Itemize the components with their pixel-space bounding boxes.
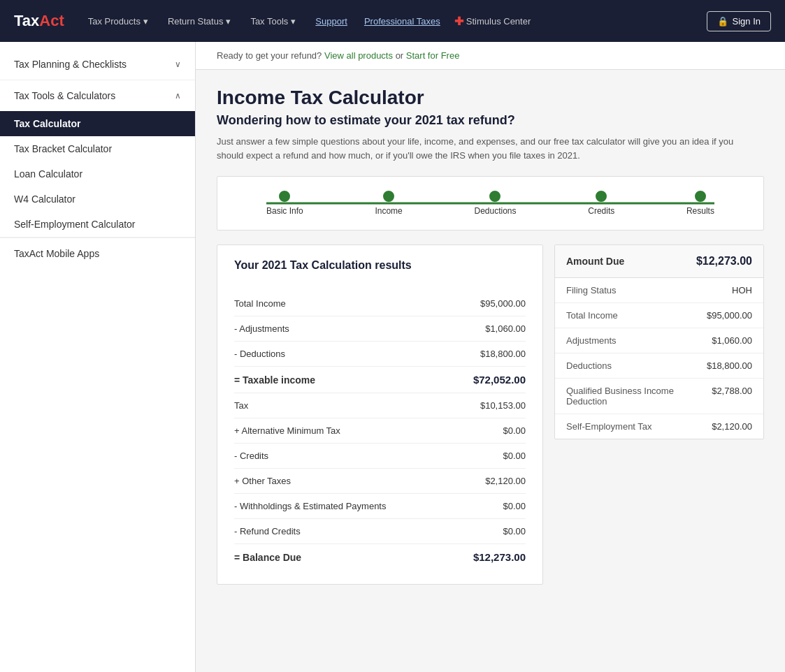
nav-professional-taxes[interactable]: Professional Taxes	[364, 16, 440, 27]
sidebar-item-tax-calculator[interactable]: Tax Calculator	[0, 111, 195, 136]
nav-return-status[interactable]: Return Status ▾	[165, 16, 234, 27]
chevron-down-icon: ▾	[291, 16, 296, 27]
row-withholdings: - Withholdings & Estimated Payments $0.0…	[234, 494, 526, 519]
sidebar: Tax Planning & Checklists ∨ Tax Tools & …	[0, 42, 196, 672]
progress-dot-results	[695, 191, 706, 202]
sidebar-tax-planning[interactable]: Tax Planning & Checklists ∨	[0, 49, 195, 80]
progress-step-results[interactable]: Results	[686, 191, 714, 216]
row-other-taxes: + Other Taxes $2,120.00	[234, 469, 526, 494]
nav-tax-tools[interactable]: Tax Tools ▾	[247, 16, 298, 27]
page-title: Income Tax Calculator	[217, 87, 764, 109]
progress-step-credits[interactable]: Credits	[588, 191, 614, 216]
sidebar-tax-tools[interactable]: Tax Tools & Calculators ∧	[0, 80, 195, 111]
layout: Tax Planning & Checklists ∨ Tax Tools & …	[0, 42, 785, 672]
chevron-down-icon: ∨	[175, 59, 181, 69]
panel-title: Your 2021 Tax Calculation results	[234, 259, 526, 280]
results-section: Your 2021 Tax Calculation results Total …	[217, 244, 764, 585]
row-tax: Tax $10,153.00	[234, 393, 526, 418]
left-panel: Your 2021 Tax Calculation results Total …	[217, 244, 543, 585]
right-panel: Amount Due $12,273.00 Filing Status HOH …	[554, 244, 764, 439]
nav-support[interactable]: Support	[312, 16, 350, 27]
sidebar-item-tax-bracket[interactable]: Tax Bracket Calculator	[0, 136, 195, 161]
logo[interactable]: TaxAct	[14, 12, 64, 30]
progress-step-deductions[interactable]: Deductions	[474, 191, 516, 216]
nav-stimulus-center[interactable]: ✚ Stimulus Center	[454, 15, 531, 28]
right-row-adjustments: Adjustments $1,060.00	[555, 328, 763, 353]
right-row-deductions: Deductions $18,800.00	[555, 353, 763, 379]
row-taxable-income: = Taxable income $72,052.00	[234, 367, 526, 393]
main-content: Ready to get your refund? View all produ…	[196, 42, 785, 672]
progress-dot-credits	[596, 191, 607, 202]
row-refund-credits: - Refund Credits $0.00	[234, 519, 526, 544]
progress-step-income[interactable]: Income	[375, 191, 402, 216]
red-cross-icon: ✚	[454, 15, 463, 28]
nav-tax-products[interactable]: Tax Products ▾	[85, 16, 151, 27]
sign-in-button[interactable]: 🔒 Sign In	[707, 11, 771, 31]
chevron-down-icon: ▾	[143, 16, 148, 27]
row-deductions: - Deductions $18,800.00	[234, 342, 526, 367]
right-row-self-employment-tax: Self-Employment Tax $2,120.00	[555, 414, 763, 439]
progress-dot-deductions	[489, 191, 500, 202]
row-total-income: Total Income $95,000.00	[234, 291, 526, 316]
progress-dot-income	[383, 191, 394, 202]
row-adjustments: - Adjustments $1,060.00	[234, 316, 526, 342]
view-all-products-link[interactable]: View all products	[324, 50, 393, 61]
right-row-total-income: Total Income $95,000.00	[555, 303, 763, 328]
logo-act: Act	[39, 12, 64, 30]
progress-tracker: Basic Info Income Deductions Credit	[217, 176, 764, 231]
start-for-free-link[interactable]: Start for Free	[406, 50, 460, 61]
header: TaxAct Tax Products ▾ Return Status ▾ Ta…	[0, 0, 785, 42]
chevron-down-icon: ▾	[226, 16, 231, 27]
lock-icon: 🔒	[717, 16, 728, 27]
sidebar-section-planning: Tax Planning & Checklists ∨	[0, 49, 195, 80]
sidebar-mobile-apps[interactable]: TaxAct Mobile Apps	[0, 238, 195, 269]
right-panel-header: Amount Due $12,273.00	[555, 245, 763, 278]
right-row-filing-status: Filing Status HOH	[555, 278, 763, 303]
content-area: Income Tax Calculator Wondering how to e…	[196, 70, 785, 601]
chevron-up-icon: ∧	[175, 91, 181, 101]
sidebar-item-loan-calculator[interactable]: Loan Calculator	[0, 161, 195, 187]
sidebar-section-tools: Tax Tools & Calculators ∧ Tax Calculator…	[0, 80, 195, 238]
right-row-qbid: Qualified Business Income Deduction $2,7…	[555, 379, 763, 414]
row-balance-due: = Balance Due $12,273.00	[234, 544, 526, 570]
sidebar-item-w4[interactable]: W4 Calculator	[0, 187, 195, 212]
sidebar-item-self-employment[interactable]: Self-Employment Calculator	[0, 212, 195, 237]
page-subtitle: Wondering how to estimate your 2021 tax …	[217, 113, 764, 128]
page-description: Just answer a few simple questions about…	[217, 135, 741, 162]
logo-tax: Tax	[14, 12, 39, 30]
row-alt-min-tax: + Alternative Minimum Tax $0.00	[234, 418, 526, 444]
row-credits: - Credits $0.00	[234, 444, 526, 469]
progress-dot-basic-info	[279, 191, 290, 202]
progress-step-basic-info[interactable]: Basic Info	[266, 191, 303, 216]
banner: Ready to get your refund? View all produ…	[196, 42, 785, 70]
